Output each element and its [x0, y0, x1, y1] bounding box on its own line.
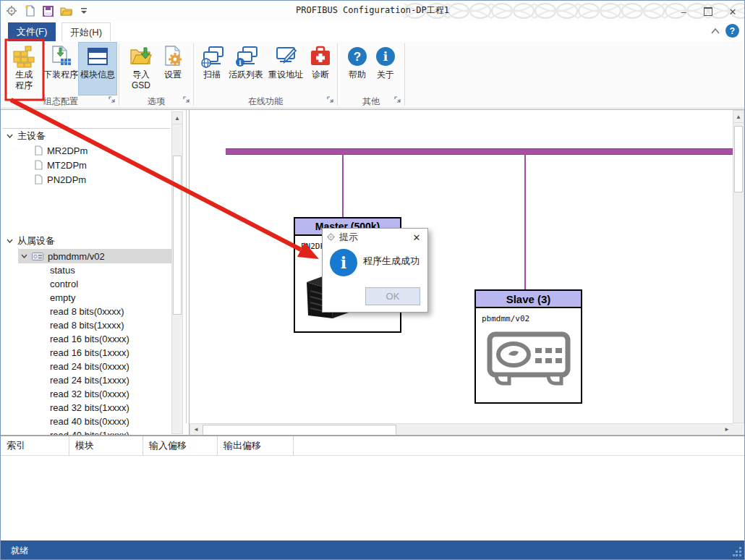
chevron-down-icon[interactable] — [7, 134, 13, 138]
diagnosis-icon — [309, 45, 332, 68]
dialog-launcher-icon[interactable] — [108, 96, 116, 106]
tree-item-module[interactable]: read 8 bits(1xxxx) — [1, 318, 171, 332]
tree-scrollbar-thumb[interactable] — [173, 156, 182, 315]
app-window: PROFIBUS Configuration-DP工程1 – ✕ 文件(F) 开… — [0, 0, 745, 560]
tree-item-module[interactable]: read 16 bits(0xxxx) — [1, 332, 171, 346]
tree-group-masters[interactable]: 主设备 — [1, 129, 171, 143]
dialog-title: 提示 — [339, 231, 410, 244]
tree-item-mr2dpm[interactable]: MR2DPm — [1, 143, 171, 158]
new-file-icon[interactable] — [23, 4, 36, 17]
settings-button[interactable]: 设置 — [158, 43, 188, 95]
tree-item-module[interactable]: read 16 bits(1xxxx) — [1, 346, 171, 360]
dialog-body: i 程序生成成功 — [323, 246, 427, 289]
active-list-button[interactable]: i 活跃列表 — [226, 43, 265, 95]
ribbon-group-label: 组态配置 — [4, 96, 118, 108]
active-list-icon: i — [234, 45, 257, 68]
generate-program-button[interactable]: 生成 程序 — [5, 43, 43, 95]
collapse-ribbon-icon[interactable] — [710, 25, 721, 37]
tree-item-pbmdmm[interactable]: pbmdmm/v02 — [1, 249, 171, 263]
device-tree: 主设备 MR2DPm MT2DPm PN2DPm 从属设备 — [1, 110, 171, 436]
tree-item-module[interactable]: read 24 bits(0xxxx) — [1, 360, 171, 373]
document-icon — [35, 145, 43, 156]
minimize-button[interactable]: – — [676, 4, 691, 19]
scan-button[interactable]: 扫描 — [197, 43, 226, 95]
main-area: 主设备 MR2DPm MT2DPm PN2DPm 从属设备 — [1, 109, 744, 435]
app-gear-icon[interactable] — [5, 4, 18, 17]
import-gsd-icon — [129, 45, 153, 68]
dialog-launcher-icon[interactable] — [183, 96, 190, 106]
window-title: PROFIBUS Configuration-DP工程1 — [296, 4, 449, 17]
chevron-down-icon[interactable] — [7, 239, 13, 243]
scan-icon — [200, 45, 224, 68]
close-button[interactable]: ✕ — [725, 4, 740, 19]
tree-item-module[interactable]: empty — [1, 291, 171, 305]
ribbon-separator — [404, 43, 405, 106]
module-info-icon — [86, 45, 109, 68]
bus-drop-master — [342, 154, 344, 217]
column-header-index[interactable]: 索引 — [1, 436, 69, 455]
tree-item-module[interactable]: read 40 bits(0xxxx) — [1, 415, 171, 428]
diagnosis-button[interactable]: 诊断 — [306, 43, 335, 95]
tree-item-pn2dpm[interactable]: PN2DPm — [1, 172, 171, 187]
help-button[interactable]: ? 帮助 — [343, 43, 372, 95]
column-header-module[interactable]: 模块 — [69, 436, 143, 455]
topology-canvas[interactable]: Master (500k) PN2DPm Slave (3) pbmdmm/v0… — [189, 110, 733, 436]
toolbar-options-icon[interactable] — [77, 4, 90, 17]
scroll-up-icon[interactable]: ▲ — [172, 112, 182, 124]
tab-start[interactable]: 开始(H) — [61, 22, 111, 41]
module-table-header: 索引 模块 输入偏移 输出偏移 — [1, 436, 744, 456]
tree-item-module[interactable]: read 32 bits(0xxxx) — [1, 387, 171, 401]
tree-item-module[interactable]: read 8 bits(0xxxx) — [1, 305, 171, 318]
canvas-vscrollbar-thumb[interactable] — [734, 126, 743, 192]
svg-text:i: i — [239, 59, 242, 67]
ribbon-tab-row: 文件(F) 开始(H) ? — [1, 21, 744, 41]
import-gsd-button[interactable]: 导入 GSD — [124, 43, 158, 95]
tree-item-mt2dpm[interactable]: MT2DPm — [1, 158, 171, 172]
chevron-down-icon[interactable] — [21, 254, 27, 258]
status-bar: 就绪 — [1, 540, 744, 560]
panel-splitter[interactable] — [186, 110, 187, 423]
canvas-hscrollbar-thumb[interactable] — [203, 425, 396, 436]
scroll-up-icon[interactable]: ▲ — [733, 111, 744, 123]
tab-file[interactable]: 文件(F) — [8, 22, 56, 41]
ribbon-group-label: 在线功能 — [195, 96, 336, 108]
dialog-launcher-icon[interactable] — [394, 96, 401, 106]
dialog-gear-icon — [327, 232, 335, 243]
scroll-right-icon[interactable]: ► — [721, 424, 733, 435]
tree-item-module[interactable]: status — [1, 263, 171, 277]
ribbon: 生成 程序 下装程序 — [1, 41, 744, 109]
canvas-vscrollbar[interactable]: ▲ ▼ — [733, 110, 744, 423]
download-program-button[interactable]: 下装程序 — [43, 43, 79, 95]
tree-item-module[interactable]: control — [1, 277, 171, 291]
column-header-input-offset[interactable]: 输入偏移 — [143, 436, 218, 455]
tree-group-slaves[interactable]: 从属设备 — [1, 233, 171, 249]
window-controls: – ✕ — [676, 2, 740, 21]
document-icon — [35, 174, 43, 184]
about-button[interactable]: i 关于 — [372, 43, 399, 95]
open-folder-icon[interactable] — [59, 4, 72, 17]
save-icon[interactable] — [41, 4, 54, 17]
about-icon: i — [374, 45, 397, 68]
canvas-hscrollbar[interactable]: ◄ ► — [190, 423, 733, 436]
column-header-output-offset[interactable]: 输出偏移 — [218, 436, 294, 455]
slave-node[interactable]: Slave (3) pbmdmm/v02 — [474, 289, 582, 404]
dialog-launcher-icon[interactable] — [327, 96, 334, 106]
module-table-panel: 索引 模块 输入偏移 输出偏移 — [1, 435, 744, 540]
resize-grip[interactable] — [733, 547, 742, 559]
status-text: 就绪 — [11, 545, 28, 557]
reset-address-button[interactable]: 重设地址 — [265, 43, 306, 95]
tree-scrollbar[interactable]: ▲ ▼ — [171, 111, 183, 434]
ribbon-help-icon[interactable]: ? — [725, 24, 739, 38]
tree-item-module[interactable]: read 24 bits(1xxxx) — [1, 373, 171, 387]
maximize-button[interactable] — [701, 4, 715, 19]
dialog-close-icon[interactable]: ✕ — [410, 231, 423, 244]
slave-device-image — [485, 328, 573, 388]
ok-button[interactable]: OK — [365, 287, 420, 305]
module-table-body — [1, 456, 744, 541]
ribbon-group-label: 选项 — [120, 96, 192, 108]
scroll-left-icon[interactable]: ◄ — [190, 424, 202, 435]
module-info-button[interactable]: 模块信息 — [79, 43, 116, 95]
quick-access-toolbar — [5, 3, 90, 19]
tree-item-module[interactable]: read 32 bits(1xxxx) — [1, 401, 171, 415]
ribbon-group-config: 生成 程序 下装程序 — [4, 41, 118, 108]
